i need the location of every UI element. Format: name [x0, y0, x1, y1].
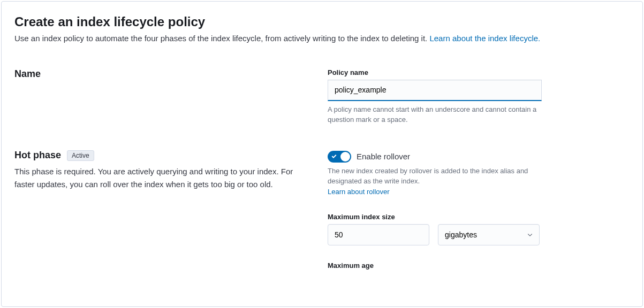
hot-phase-right: Enable rollover The new index created by… [328, 150, 542, 273]
name-heading: Name [14, 68, 315, 80]
name-right: Policy name A policy name cannot start w… [328, 68, 542, 125]
hot-phase-description: This phase is required. You are actively… [14, 165, 315, 191]
switch-thumb [340, 152, 350, 161]
hot-phase-heading: Hot phase Active [14, 150, 315, 161]
policy-name-input[interactable] [328, 80, 542, 101]
max-index-size-input[interactable] [328, 224, 429, 245]
learn-lifecycle-link[interactable]: Learn about the index lifecycle. [429, 34, 540, 43]
max-index-size-group: Maximum index size [328, 213, 542, 245]
rollover-help-text: The new index created by rollover is add… [328, 167, 528, 186]
max-index-size-unit-select[interactable] [438, 224, 540, 245]
max-age-group: Maximum age [328, 261, 542, 270]
policy-name-label: Policy name [328, 68, 542, 76]
hot-phase-row: Hot phase Active This phase is required.… [14, 150, 630, 273]
hot-phase-heading-text: Hot phase [14, 150, 61, 160]
rollover-help: The new index created by rollover is add… [328, 166, 542, 197]
page-subtitle-text: Use an index policy to automate the four… [14, 34, 429, 43]
max-index-size-inputs [328, 224, 542, 245]
learn-rollover-link[interactable]: Learn about rollover [328, 188, 390, 196]
rollover-switch-row: Enable rollover [328, 151, 542, 163]
max-index-size-unit-wrap [438, 224, 540, 245]
policy-panel: Create an index lifecycle policy Use an … [1, 1, 643, 307]
page-subtitle: Use an index policy to automate the four… [14, 33, 630, 45]
hot-phase-left: Hot phase Active This phase is required.… [14, 150, 328, 273]
max-index-size-label: Maximum index size [328, 213, 542, 221]
policy-name-help: A policy name cannot start with an under… [328, 104, 542, 125]
name-row: Name Policy name A policy name cannot st… [14, 68, 630, 125]
page-title: Create an index lifecycle policy [14, 14, 630, 29]
max-age-label: Maximum age [328, 261, 542, 270]
check-icon [331, 153, 337, 159]
rollover-switch-label: Enable rollover [357, 152, 410, 161]
active-badge: Active [67, 150, 94, 161]
name-left: Name [14, 68, 328, 125]
rollover-switch[interactable] [328, 151, 351, 163]
